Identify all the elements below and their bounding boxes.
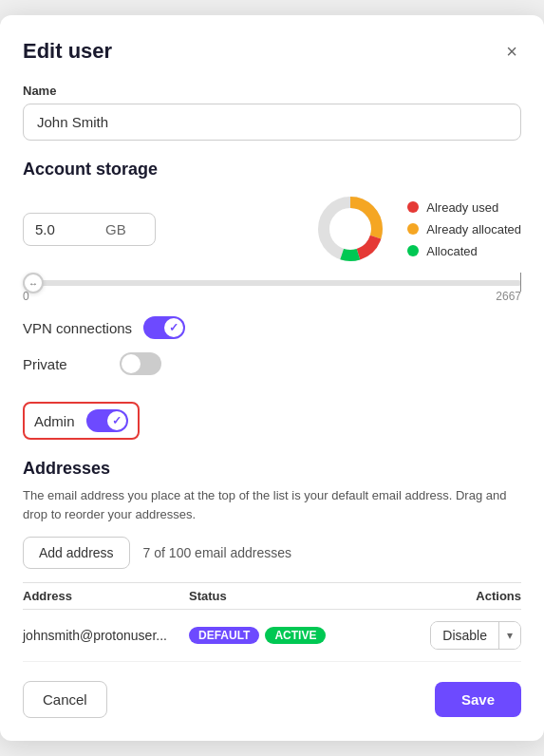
- vpn-toggle-row: VPN connections ✓: [23, 316, 521, 339]
- admin-toggle-knob: ✓: [107, 411, 126, 430]
- cancel-button[interactable]: Cancel: [23, 681, 107, 718]
- close-button[interactable]: ×: [502, 38, 521, 65]
- name-label: Name: [23, 84, 521, 98]
- account-storage-section: Account storage GB: [23, 160, 521, 303]
- edit-user-modal: Edit user × Name Account storage GB: [0, 15, 544, 741]
- storage-input-wrap: GB: [23, 213, 156, 246]
- already-allocated-dot: [407, 223, 419, 235]
- admin-label: Admin: [34, 413, 75, 429]
- storage-unit: GB: [105, 221, 126, 237]
- status-cell: DEFAULT ACTIVE: [189, 627, 355, 644]
- badge-default: DEFAULT: [189, 627, 259, 644]
- chart-legend-wrap: Already used Already allocated Allocated: [178, 191, 521, 267]
- addresses-title: Addresses: [23, 459, 521, 479]
- slider-max-label: 2667: [496, 290, 521, 303]
- col-address: Address: [23, 589, 189, 603]
- storage-title: Account storage: [23, 160, 521, 180]
- vpn-toggle-knob: ✓: [164, 318, 183, 337]
- private-toggle-row: Private: [23, 352, 521, 375]
- legend-item-already-allocated: Already allocated: [407, 222, 521, 236]
- donut-chart: [312, 191, 388, 267]
- admin-toggle-container: Admin ✓: [23, 388, 521, 440]
- admin-row: Admin ✓: [23, 402, 140, 440]
- save-button[interactable]: Save: [435, 682, 521, 717]
- legend-item-already-used: Already used: [407, 200, 521, 215]
- slider-thumb[interactable]: ↔: [23, 273, 44, 293]
- private-label: Private: [23, 356, 108, 372]
- disable-button[interactable]: Disable: [431, 622, 498, 649]
- allocated-dot: [407, 245, 419, 256]
- legend: Already used Already allocated Allocated: [407, 200, 521, 258]
- vpn-label: VPN connections: [23, 320, 132, 336]
- address-table: Address Status Actions johnsmith@protonu…: [23, 582, 521, 662]
- add-address-row: Add address 7 of 100 email addresses: [23, 537, 521, 569]
- already-allocated-label: Already allocated: [426, 222, 521, 236]
- table-row: johnsmith@protonuser... DEFAULT ACTIVE D…: [23, 610, 521, 662]
- slider-end-line: [520, 273, 521, 292]
- slider-track[interactable]: ↔: [23, 280, 521, 286]
- badge-active: ACTIVE: [265, 627, 326, 644]
- name-input[interactable]: [23, 104, 521, 141]
- address-value: johnsmith@protonuser...: [23, 628, 189, 643]
- already-used-dot: [407, 201, 419, 213]
- admin-checkmark: ✓: [112, 414, 122, 427]
- add-address-button[interactable]: Add address: [23, 537, 130, 569]
- address-count: 7 of 100 email addresses: [143, 545, 291, 560]
- disable-dropdown-arrow[interactable]: ▾: [498, 622, 520, 649]
- private-toggle-knob: [122, 354, 141, 373]
- actions-cell: Disable ▾: [355, 621, 521, 650]
- col-status: Status: [189, 589, 355, 603]
- vpn-toggle[interactable]: ✓: [143, 316, 185, 339]
- disable-btn-wrap: Disable ▾: [430, 621, 521, 650]
- storage-value-input[interactable]: [35, 221, 102, 237]
- storage-row: GB: [23, 191, 521, 267]
- vpn-checkmark: ✓: [169, 321, 178, 334]
- admin-toggle[interactable]: ✓: [86, 409, 128, 432]
- col-actions: Actions: [355, 589, 521, 603]
- addresses-description: The email address you place at the top o…: [23, 486, 521, 523]
- footer: Cancel Save: [23, 681, 521, 718]
- name-section: Name: [23, 84, 521, 141]
- storage-slider-section: ↔ 0 2667: [23, 280, 521, 303]
- modal-header: Edit user ×: [23, 38, 521, 65]
- allocated-label: Allocated: [426, 244, 477, 258]
- already-used-label: Already used: [426, 200, 498, 215]
- addresses-section: Addresses The email address you place at…: [23, 459, 521, 662]
- legend-item-allocated: Allocated: [407, 244, 521, 258]
- modal-title: Edit user: [23, 39, 112, 64]
- table-header: Address Status Actions: [23, 582, 521, 610]
- slider-labels: 0 2667: [23, 290, 521, 303]
- private-toggle[interactable]: [120, 352, 161, 375]
